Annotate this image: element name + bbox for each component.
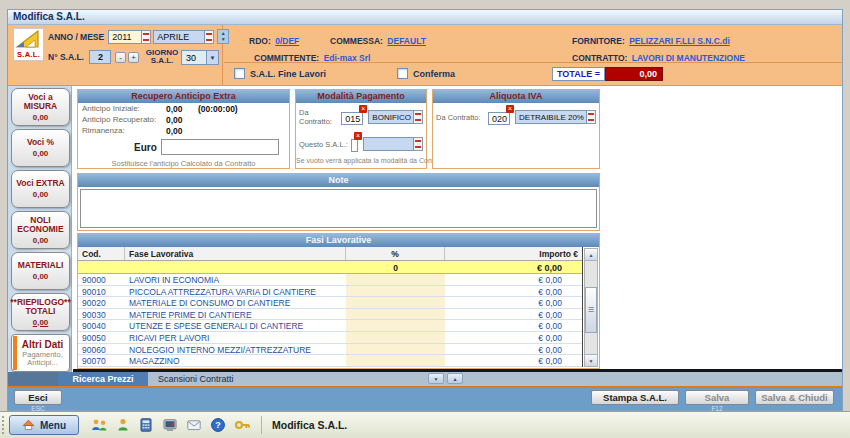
pagamento-descrizione-input[interactable]: BONIFICO	[368, 110, 414, 124]
cell-importo[interactable]: € 0,00	[445, 320, 582, 331]
clear-icon[interactable]	[506, 105, 514, 113]
sidebar-item-noli-economie[interactable]: NOLI ECONOMIE 0,00	[11, 211, 70, 249]
cell-fase[interactable]: UTENZE E SPESE GENERALI DI CANTIERE	[125, 320, 346, 331]
sidebar-item-voci-extra[interactable]: Voci EXTRA 0,00	[11, 170, 70, 208]
pagamento-spinner[interactable]	[414, 110, 423, 124]
anno-spinner[interactable]	[142, 30, 151, 44]
cell-percent[interactable]	[346, 286, 445, 297]
cell-percent[interactable]	[346, 297, 445, 308]
cell-importo[interactable]: € 0,00	[445, 309, 582, 320]
cell-importo[interactable]: € 0,00	[445, 297, 582, 308]
cell-percent[interactable]	[346, 309, 445, 320]
giorno-select[interactable]: 30 ▼	[181, 50, 219, 65]
note-textarea[interactable]	[80, 189, 597, 228]
table-row[interactable]: 90070 MAGAZZINO € 0,00	[78, 355, 582, 367]
cell-cod[interactable]: 90020	[78, 297, 125, 308]
cell-percent[interactable]	[346, 274, 445, 285]
table-row[interactable]: 90050 RICAVI PER LAVORI € 0,00	[78, 332, 582, 344]
calculator-icon[interactable]	[138, 417, 154, 433]
cell-fase[interactable]: NOLEGGIO INTERNO MEZZI/ATTREZZATURE	[125, 344, 346, 355]
sidebar-item-altri-dati[interactable]: Altri Dati Pagamento, Anticipi...	[11, 334, 70, 372]
salva-button[interactable]: Salva	[685, 390, 749, 405]
esci-button[interactable]: Esci	[14, 390, 62, 405]
scroll-up-icon[interactable]: ▲	[585, 249, 597, 261]
cell-cod[interactable]: 90040	[78, 320, 125, 331]
cell-importo[interactable]: € 0,00	[445, 332, 582, 343]
cell-cod[interactable]: 90070	[78, 355, 125, 366]
help-icon[interactable]: ?	[210, 417, 226, 433]
clear-icon[interactable]	[359, 105, 367, 113]
sidebar-item-voci-misura[interactable]: Voci a MISURA 0,00	[11, 88, 70, 126]
table-row[interactable]: 90060 NOLEGGIO INTERNO MEZZI/ATTREZZATUR…	[78, 344, 582, 356]
fine-lavori-checkbox[interactable]	[234, 68, 245, 79]
user-icon[interactable]	[116, 417, 130, 433]
iva-codice-input[interactable]: 020	[488, 112, 510, 125]
cell-importo[interactable]: € 0,00	[445, 274, 582, 285]
chevron-down-icon[interactable]: ▼	[206, 51, 218, 64]
col-cod[interactable]: Cod.	[78, 247, 125, 260]
cell-importo[interactable]: € 0,00	[445, 355, 582, 366]
tab-scansioni-contratti[interactable]: Scansioni Contratti	[148, 372, 842, 384]
cell-cod[interactable]: 90050	[78, 332, 125, 343]
collapse-down-icon[interactable]: ▼	[428, 373, 444, 384]
col-importo[interactable]: Importo €	[445, 247, 582, 260]
sidebar-item-voci-percento[interactable]: Voci % 0,00	[11, 129, 70, 167]
sidebar-item-riepilogo-totali[interactable]: **RIEPILOGO** TOTALI 0,00	[11, 293, 70, 331]
cell-percent[interactable]	[346, 355, 445, 366]
cell-cod[interactable]: 90060	[78, 344, 125, 355]
scrollbar-thumb[interactable]: ☰	[585, 287, 597, 333]
users-icon[interactable]	[91, 417, 108, 433]
tab-ricerca-prezzi[interactable]: Ricerca Prezzi	[58, 372, 148, 386]
commessa-link[interactable]: DEFAULT	[387, 36, 426, 46]
sal-minus-button[interactable]: -	[115, 52, 126, 63]
table-row[interactable]: 90020 MATERIALE DI CONSUMO DI CANTIERE €…	[78, 297, 582, 309]
menu-button[interactable]: Menu	[9, 415, 79, 435]
cell-percent[interactable]	[346, 344, 445, 355]
cell-percent[interactable]	[346, 332, 445, 343]
cell-fase[interactable]: MATERIALE DI CONSUMO DI CANTIERE	[125, 297, 346, 308]
questo-sal-descrizione-input[interactable]	[363, 137, 414, 151]
rdo-link[interactable]: 0/DEF	[275, 36, 299, 46]
cell-cod[interactable]: 90010	[78, 286, 125, 297]
stampa-sal-button[interactable]: Stampa S.A.L.	[591, 390, 679, 405]
mail-icon[interactable]	[186, 417, 202, 433]
table-row[interactable]: 90030 MATERIE PRIME DI CANTIERE € 0,00	[78, 309, 582, 321]
iva-spinner[interactable]	[587, 110, 596, 124]
collapse-up-icon[interactable]: ▲	[447, 373, 463, 384]
cell-fase[interactable]: LAVORI IN ECONOMIA	[125, 274, 346, 285]
toolbar-grip[interactable]	[2, 416, 6, 434]
conferma-checkbox[interactable]	[397, 68, 408, 79]
questo-sal-spinner[interactable]	[414, 137, 423, 151]
cell-percent[interactable]	[346, 320, 445, 331]
col-fase[interactable]: Fase Lavorativa	[125, 247, 346, 260]
mese-input[interactable]: APRILE	[153, 30, 205, 44]
sidebar-item-materiali[interactable]: MATERIALI 0,00	[11, 252, 70, 290]
monitor-icon[interactable]	[162, 417, 178, 433]
pagamento-codice-input[interactable]: 015	[341, 112, 363, 125]
cell-cod[interactable]: 90030	[78, 309, 125, 320]
cell-importo[interactable]: € 0,00	[445, 344, 582, 355]
euro-input[interactable]	[161, 139, 279, 155]
fornitore-link[interactable]: PELIZZARI F.LLI S.N.C.di	[629, 36, 730, 46]
table-row[interactable]: 90010 PICCOLA ATTREZZATURA VARIA DI CANT…	[78, 286, 582, 298]
table-row[interactable]: 90040 UTENZE E SPESE GENERALI DI CANTIER…	[78, 320, 582, 332]
key-icon[interactable]	[234, 417, 251, 433]
cell-fase[interactable]: PICCOLA ATTREZZATURA VARIA DI CANTIERE	[125, 286, 346, 297]
table-scrollbar[interactable]: ▲ ☰ ▼	[584, 248, 598, 367]
salva-chiudi-button[interactable]: Salva & Chiudi	[755, 390, 834, 405]
cell-fase[interactable]: RICAVI PER LAVORI	[125, 332, 346, 343]
n-sal-input[interactable]: 2	[89, 50, 111, 64]
cell-fase[interactable]: MAGAZZINO	[125, 355, 346, 366]
cell-fase[interactable]: MATERIE PRIME DI CANTIERE	[125, 309, 346, 320]
col-percent[interactable]: %	[346, 247, 445, 260]
cell-importo[interactable]: € 0,00	[445, 286, 582, 297]
cell-cod[interactable]: 90000	[78, 274, 125, 285]
iva-descrizione-input[interactable]: DETRAIBILE 20%	[515, 110, 587, 124]
mese-spinner[interactable]	[205, 30, 214, 44]
questo-sal-codice-input[interactable]	[351, 139, 358, 152]
anno-input[interactable]: 2011	[108, 30, 142, 44]
scroll-down-icon[interactable]: ▼	[585, 354, 597, 366]
clear-icon[interactable]	[354, 132, 362, 140]
table-row[interactable]: 90000 LAVORI IN ECONOMIA € 0,00	[78, 274, 582, 286]
sal-plus-button[interactable]: +	[128, 52, 139, 63]
